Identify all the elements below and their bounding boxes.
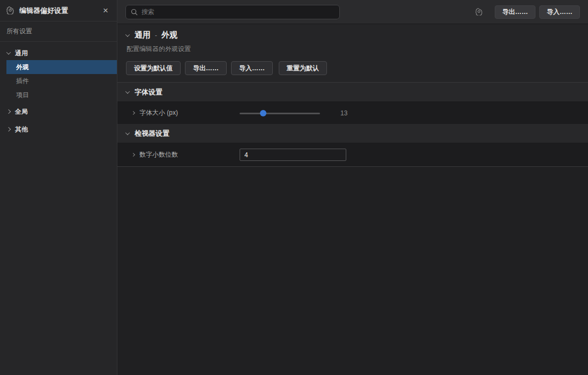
- slider-track[interactable]: [240, 113, 320, 114]
- setting-label: 字体大小 (px): [139, 108, 178, 117]
- sidebar-item-all-settings[interactable]: 所有设置: [0, 21, 117, 42]
- tree-item-other[interactable]: 其他: [0, 122, 117, 136]
- chevron-down-icon: [6, 50, 11, 54]
- search-input[interactable]: [142, 8, 334, 16]
- reset-default-button[interactable]: 重置为默认: [279, 61, 327, 75]
- breadcrumb-separator: -: [155, 32, 157, 39]
- sidebar-header: 编辑器偏好设置 ×: [0, 0, 117, 21]
- page-subtitle: 配置编辑器的外观设置: [126, 45, 579, 54]
- chevron-right-icon: [6, 127, 11, 131]
- chevron-right-icon: [6, 109, 11, 114]
- chevron-down-icon: [125, 89, 130, 93]
- close-icon[interactable]: ×: [101, 6, 110, 15]
- import-button[interactable]: 导入……: [539, 5, 580, 19]
- page-header: 通用 - 外观 配置编辑器的外观设置 设置为默认值 导出…… 导入…… 重置为默…: [117, 24, 588, 83]
- setting-label: 数字小数位数: [139, 150, 178, 159]
- settings-gear-icon[interactable]: [475, 8, 483, 16]
- setting-row-font-size: 字体大小 (px) 13: [117, 102, 588, 124]
- slider-value: 13: [340, 109, 347, 117]
- section-header-inspector[interactable]: 检视器设置: [117, 124, 588, 143]
- page-title: 外观: [161, 30, 177, 40]
- breadcrumb-category: 通用: [135, 30, 151, 40]
- panel-title: 编辑器偏好设置: [19, 6, 101, 16]
- slider-thumb[interactable]: [260, 110, 266, 116]
- settings-tree: 通用 外观 插件 项目 全局 其他: [0, 42, 117, 136]
- chevron-right-icon[interactable]: [131, 153, 135, 157]
- tree-item-general[interactable]: 通用: [0, 46, 117, 60]
- page-actions: 设置为默认值 导出…… 导入…… 重置为默认: [126, 61, 579, 75]
- tree-item-appearance[interactable]: 外观: [6, 60, 117, 74]
- chevron-down-icon: [125, 130, 130, 135]
- decimal-digits-input[interactable]: [240, 149, 346, 161]
- import-settings-button[interactable]: 导入……: [231, 61, 273, 75]
- set-default-button[interactable]: 设置为默认值: [126, 61, 181, 75]
- tree-item-global[interactable]: 全局: [0, 105, 117, 119]
- chevron-right-icon[interactable]: [131, 111, 135, 115]
- tree-item-project[interactable]: 项目: [0, 88, 117, 102]
- section-header-font[interactable]: 字体设置: [117, 83, 588, 102]
- search-toolbar: 导出…… 导入……: [117, 0, 588, 24]
- chevron-down-icon[interactable]: [125, 32, 130, 36]
- gear-icon: [6, 6, 14, 14]
- search-box[interactable]: [125, 5, 340, 19]
- setting-row-decimal-digits: 数字小数位数: [117, 143, 588, 166]
- export-settings-button[interactable]: 导出……: [185, 61, 227, 75]
- search-icon: [131, 9, 138, 16]
- font-size-slider[interactable]: [240, 110, 320, 116]
- preferences-main: 导出…… 导入…… 通用 - 外观 配置编辑器的外观设置 设置为默认值 导出………: [117, 0, 588, 375]
- export-button[interactable]: 导出……: [495, 5, 535, 19]
- preferences-sidebar: 编辑器偏好设置 × 所有设置 通用 外观 插件 项目 全局 其他: [0, 0, 117, 375]
- empty-content-area: [117, 166, 588, 375]
- tree-item-plugins[interactable]: 插件: [0, 74, 117, 88]
